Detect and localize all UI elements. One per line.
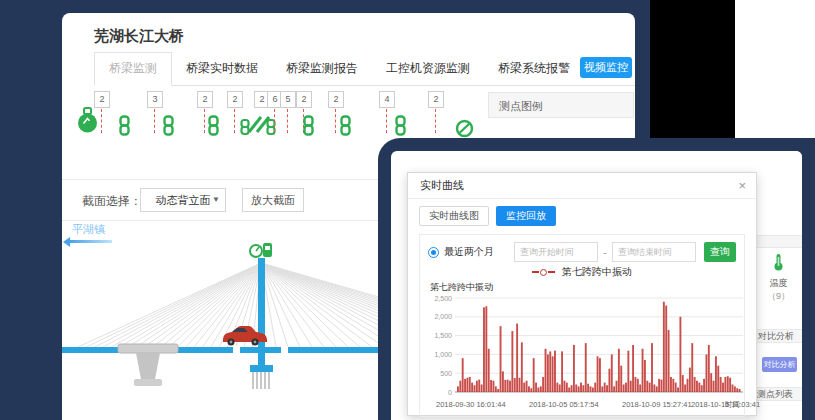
foundation-piles <box>253 372 269 389</box>
caret-down-icon: ▼ <box>212 189 220 211</box>
vibration-chart: 05001,0001,5002,0002,500 时间 2018-09-30 1… <box>428 294 736 410</box>
x-tick-label: 2018-10-09 15:27:41 <box>622 400 692 409</box>
joint-icon[interactable] <box>240 113 276 140</box>
inset-screenshot: 温度 （9） 对比分析 对比分析 测点列表 实时曲线 × 实时曲线图 监控回放 <box>391 151 802 420</box>
right-sidebar: 温度 （9） 对比分析 对比分析 测点列表 <box>755 151 802 420</box>
temperature-count: （9） <box>755 290 802 303</box>
x-tick-label: 2018-10-15 11:03:41 <box>691 400 760 409</box>
close-icon[interactable]: × <box>738 173 746 198</box>
sensor-dash-line <box>435 109 436 133</box>
tab-bridge-monitor[interactable]: 桥梁监测 <box>94 52 172 86</box>
x-tick-label: 2018-10-05 05:17:54 <box>529 400 599 409</box>
legend-line-icon <box>532 271 539 273</box>
query-button[interactable]: 查询 <box>704 242 736 262</box>
realtime-curve-dialog: 实时曲线 × 实时曲线图 监控回放 最近两个月 - <box>407 172 757 416</box>
compare-section-header: 对比分析 <box>755 329 802 343</box>
svg-text:2,000: 2,000 <box>434 313 452 320</box>
recent-two-months-radio[interactable] <box>428 247 439 258</box>
tab-realtime-data[interactable]: 桥梁实时数据 <box>172 53 272 85</box>
tab-ipc-resource[interactable]: 工控机资源监测 <box>372 53 484 85</box>
tab-monitor-playback[interactable]: 监控回放 <box>496 206 556 226</box>
query-end-time-input[interactable] <box>612 242 696 262</box>
enlarge-section-button[interactable]: 放大截面 <box>242 188 304 212</box>
sensor-dash-line <box>274 109 275 133</box>
scale-icon[interactable] <box>76 107 99 138</box>
sensor-dash-line <box>234 109 235 133</box>
page-title: 芜湖长江大桥 <box>94 27 184 46</box>
section-select-label: 截面选择： <box>82 193 142 210</box>
dialog-tabs: 实时曲线图 监控回放 <box>419 206 745 226</box>
tower-sensor-gauge-icon[interactable] <box>250 243 272 257</box>
tower-foundation <box>250 365 273 372</box>
sensor-count-badge: 4 <box>379 91 395 108</box>
left-pier <box>118 344 178 386</box>
svg-text:1,000: 1,000 <box>434 351 452 358</box>
screenshot-canvas: 芜湖长江大桥 桥梁监测 桥梁实时数据 桥梁监测报告 工控机资源监测 桥梁系统报警… <box>0 0 815 420</box>
sensor-dash-line <box>154 109 155 133</box>
direction-arrow-icon <box>70 240 112 243</box>
chain-icon[interactable] <box>302 115 315 140</box>
tab-realtime-curve[interactable]: 实时曲线图 <box>419 206 489 226</box>
sensor-count-badge: 5 <box>280 91 296 108</box>
chain-icon[interactable] <box>118 115 131 140</box>
legend-text: 第七跨跨中振动 <box>562 266 632 277</box>
sensor-dash-line <box>287 109 288 133</box>
tab-system-alarm[interactable]: 桥梁系统报警 <box>484 53 584 85</box>
thermometer-icon <box>773 253 784 271</box>
svg-text:2,500: 2,500 <box>434 295 452 302</box>
dialog-title: 实时曲线 <box>420 173 464 198</box>
legend-line-icon <box>548 271 555 273</box>
chart-title: 第七跨跨中振动 <box>430 281 736 294</box>
section-select-value: 动态背立面 <box>156 194 211 206</box>
sensor-count-badge: 2 <box>197 91 213 108</box>
temperature-label: 温度 <box>755 277 802 290</box>
tab-monitor-report[interactable]: 桥梁监测报告 <box>272 53 372 85</box>
sensor-count-badge: 2 <box>328 91 344 108</box>
sensor-count-badge: 3 <box>147 91 163 108</box>
section-select[interactable]: 动态背立面 ▼ <box>140 188 226 212</box>
main-tabbar: 桥梁监测 桥梁实时数据 桥梁监测报告 工控机资源监测 桥梁系统报警 <box>94 55 635 86</box>
deck-gap <box>281 346 288 354</box>
svg-text:1,500: 1,500 <box>434 332 452 339</box>
chain-icon[interactable] <box>394 115 407 140</box>
inset-frame: 温度 （9） 对比分析 对比分析 测点列表 实时曲线 × 实时曲线图 监控回放 <box>378 138 815 420</box>
sensor-dash-line <box>335 109 336 133</box>
sidebar-divider <box>755 235 802 248</box>
sensor-dash-line <box>386 109 387 133</box>
chain-icon[interactable] <box>207 115 220 140</box>
x-tick-label: 2018-09-30 16:01:44 <box>436 400 506 409</box>
sensor-dash-line <box>204 109 205 133</box>
chain-icon[interactable] <box>162 115 175 140</box>
dialog-content-box: 最近两个月 - 查询 第七跨跨中振动 第七跨跨中振动 05001,00 <box>419 234 745 417</box>
dialog-body: 实时曲线图 监控回放 最近两个月 - 查询 <box>408 199 756 420</box>
deck-gap <box>233 346 240 354</box>
sensor-count-badge: 2 <box>94 91 110 108</box>
sensor-count-badge: 2 <box>428 91 444 108</box>
point-list-header: 测点列表 <box>755 387 802 401</box>
sensor-count-badge: 2 <box>296 91 312 108</box>
recent-two-months-label: 最近两个月 <box>444 245 494 259</box>
dialog-header: 实时曲线 × <box>408 173 756 199</box>
direction-label: 平湖镇 <box>72 222 105 237</box>
query-row: 最近两个月 - 查询 <box>428 241 736 263</box>
compare-analysis-button[interactable]: 对比分析 <box>762 357 797 372</box>
query-start-time-input[interactable] <box>514 242 598 262</box>
video-monitor-button[interactable]: 视频监控 <box>580 57 632 78</box>
sensor-count-badge: 2 <box>227 91 243 108</box>
black-area <box>650 0 735 143</box>
svg-text:500: 500 <box>440 370 452 377</box>
sensor-dash-line <box>101 109 102 133</box>
svg-text:0: 0 <box>448 389 452 396</box>
chain-icon[interactable] <box>339 115 352 140</box>
legend-panel-header: 测点图例 <box>488 92 634 118</box>
chart-plot: 05001,0001,5002,0002,500 <box>428 294 750 396</box>
x-axis-labels: 时间 2018-09-30 16:01:442018-10-05 05:17:5… <box>436 400 736 410</box>
legend-circle-icon <box>540 269 547 276</box>
chart-legend[interactable]: 第七跨跨中振动 <box>428 265 736 280</box>
date-range-separator: - <box>598 247 612 258</box>
temperature-legend: 温度 （9） <box>755 253 802 303</box>
